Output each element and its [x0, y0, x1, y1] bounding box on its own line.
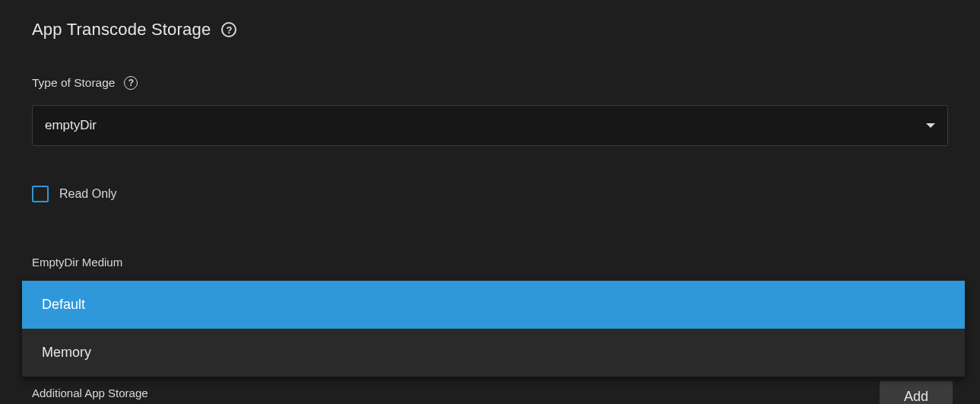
section-heading: App Transcode Storage ?: [32, 20, 948, 40]
add-button[interactable]: Add: [880, 381, 953, 404]
storage-type-label: Type of Storage: [32, 76, 115, 90]
storage-type-label-row: Type of Storage ?: [32, 76, 948, 90]
dropdown-item-label: Default: [42, 297, 85, 313]
help-icon[interactable]: ?: [221, 22, 236, 37]
dropdown-item-memory[interactable]: Memory: [22, 329, 965, 377]
emptydir-medium-dropdown: Default Memory: [22, 281, 965, 377]
additional-storage-label: Additional App Storage: [32, 387, 148, 399]
dropdown-item-label: Memory: [42, 345, 91, 361]
add-button-label: Add: [904, 389, 928, 404]
read-only-row: Read Only: [32, 186, 948, 202]
storage-type-value: emptyDir: [45, 118, 97, 133]
emptydir-medium-label: EmptyDir Medium: [32, 256, 948, 269]
additional-storage-row: Additional App Storage Add: [32, 381, 953, 404]
dropdown-item-default[interactable]: Default: [22, 281, 965, 329]
storage-type-select[interactable]: emptyDir: [32, 105, 948, 146]
read-only-checkbox[interactable]: [32, 186, 49, 202]
help-icon[interactable]: ?: [124, 76, 138, 90]
section-title: App Transcode Storage: [32, 20, 211, 40]
read-only-label: Read Only: [59, 187, 117, 201]
chevron-down-icon: [926, 123, 935, 128]
